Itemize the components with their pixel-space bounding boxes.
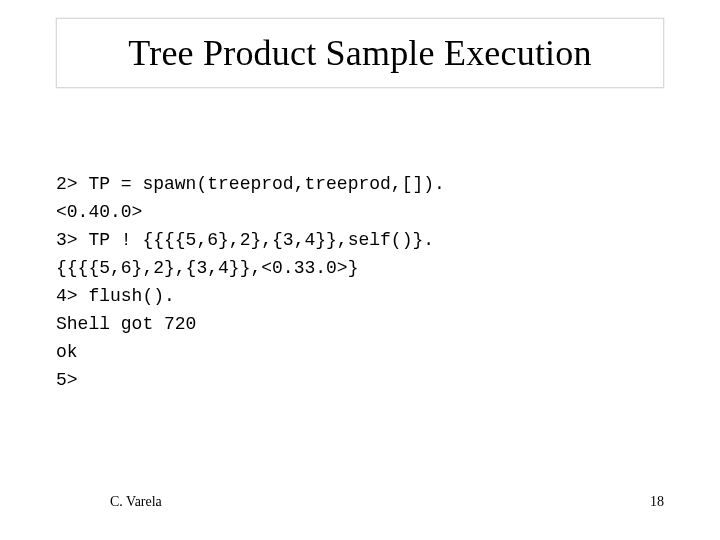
slide-title: Tree Product Sample Execution: [128, 32, 591, 74]
code-line: 5>: [56, 370, 78, 390]
code-line: <0.40.0>: [56, 202, 142, 222]
code-sample: 2> TP = spawn(treeprod,treeprod,[]). <0.…: [56, 170, 445, 394]
footer-author: C. Varela: [110, 494, 162, 510]
slide: Tree Product Sample Execution 2> TP = sp…: [0, 0, 720, 540]
code-line: Shell got 720: [56, 314, 196, 334]
footer-page-number: 18: [650, 494, 664, 510]
code-line: 2> TP = spawn(treeprod,treeprod,[]).: [56, 174, 445, 194]
code-line: {{{{5,6},2},{3,4}},<0.33.0>}: [56, 258, 358, 278]
title-container: Tree Product Sample Execution: [56, 18, 664, 88]
code-line: ok: [56, 342, 78, 362]
code-line: 3> TP ! {{{{5,6},2},{3,4}},self()}.: [56, 230, 434, 250]
code-line: 4> flush().: [56, 286, 175, 306]
